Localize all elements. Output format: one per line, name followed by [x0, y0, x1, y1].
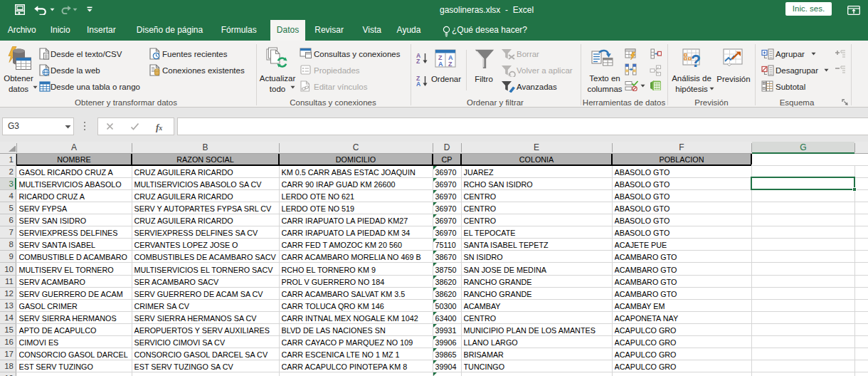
svg-text:A: A — [438, 61, 443, 68]
svg-text:Z: Z — [416, 58, 420, 64]
svg-text:A: A — [416, 80, 420, 87]
svg-text:Z: Z — [448, 61, 452, 68]
svg-text:?: ? — [691, 52, 701, 68]
